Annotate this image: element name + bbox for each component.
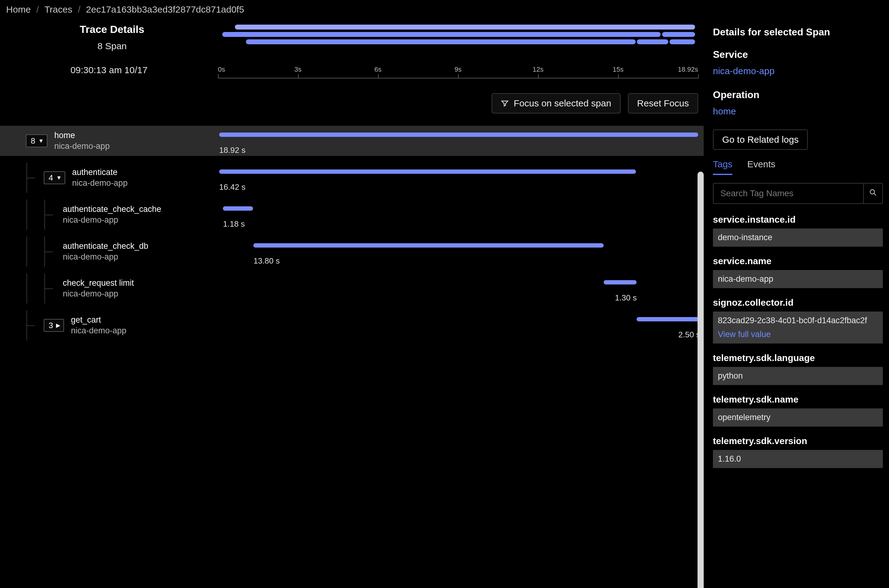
span-tree-cell: authenticate_check_cachenica-demo-app [0, 200, 218, 230]
view-full-value-link[interactable]: View full value [718, 330, 878, 339]
svg-line-1 [874, 194, 876, 195]
span-operation-name: authenticate_check_cache [63, 204, 161, 214]
span-tree-cell: 3▶get_cartnica-demo-app [0, 310, 218, 340]
tag-key: signoz.collector.id [713, 297, 883, 308]
breadcrumb-separator: / [78, 4, 80, 15]
page-title: Trace Details [3, 23, 221, 35]
tag-list: service.instance.iddemo-instanceservice.… [713, 214, 883, 477]
tag-value: python [713, 367, 883, 385]
tag-key: telemetry.sdk.language [713, 353, 883, 363]
ruler-tick-label: 3s [294, 66, 301, 74]
span-expand-toggle[interactable]: 8▼ [26, 134, 47, 147]
tag-value: 1.16.0 [713, 450, 883, 468]
span-expand-toggle[interactable]: 4▼ [44, 171, 65, 184]
ruler-tick-label: 9s [454, 66, 462, 74]
span-service-name: nica-demo-app [54, 141, 110, 151]
tab-tags[interactable]: Tags [713, 159, 732, 175]
tag-search [713, 183, 883, 204]
breadcrumb-traces[interactable]: Traces [44, 4, 72, 15]
span-row[interactable]: authenticate_check_cachenica-demo-app1.1… [0, 200, 704, 230]
span-duration-bar [253, 243, 604, 248]
span-bar-cell: 1.30 s [218, 273, 698, 303]
span-row[interactable]: 3▶get_cartnica-demo-app2.50 s [0, 310, 704, 340]
details-title: Details for selected Span [713, 27, 883, 38]
vertical-scrollbar[interactable] [698, 172, 704, 588]
timeline-ruler[interactable]: 0s3s6s9s12s15s18.92s [218, 66, 698, 78]
span-row[interactable]: authenticate_check_dbnica-demo-app13.80 … [0, 237, 704, 267]
tag-block: telemetry.sdk.languagepython [713, 353, 883, 385]
search-icon [869, 189, 877, 199]
tag-search-input[interactable] [713, 184, 863, 203]
ruler-tick-label: 18.92s [678, 66, 698, 74]
span-duration-bar [223, 206, 253, 211]
span-bar-cell: 18.92 s [218, 126, 698, 156]
span-bar-cell: 13.80 s [218, 237, 698, 267]
tag-value: nica-demo-app [713, 270, 883, 288]
span-row[interactable]: 4▼authenticatenica-demo-app16.42 s [0, 163, 704, 193]
span-bar-cell: 2.50 s [218, 310, 698, 340]
span-duration-label: 13.80 s [253, 256, 280, 266]
reset-focus-label: Reset Focus [637, 98, 689, 108]
span-duration-label: 1.30 s [615, 293, 637, 303]
operation-link[interactable]: home [713, 106, 883, 117]
trace-timestamp: 09:30:13 am 10/17 [0, 65, 218, 78]
tab-events[interactable]: Events [747, 159, 775, 174]
breadcrumb-home[interactable]: Home [6, 4, 31, 15]
focus-selected-span-button[interactable]: Focus on selected span [492, 93, 621, 114]
tag-value: opentelemetry [713, 408, 883, 426]
span-expand-toggle[interactable]: 3▶ [44, 319, 64, 332]
span-child-count: 3 [49, 321, 53, 330]
span-tree-cell: 4▼authenticatenica-demo-app [0, 163, 218, 193]
go-to-related-logs-button[interactable]: Go to Related logs [713, 129, 808, 150]
details-tabs: Tags Events [713, 159, 883, 175]
span-duration-bar [636, 317, 700, 321]
chevron-down-icon: ▼ [56, 175, 62, 181]
span-tree-cell: check_request limitnica-demo-app [0, 273, 218, 303]
reset-focus-button[interactable]: Reset Focus [628, 93, 698, 114]
span-tree-cell: authenticate_check_dbnica-demo-app [0, 237, 218, 267]
span-operation-name: home [54, 131, 110, 140]
span-duration-label: 16.42 s [219, 182, 245, 192]
span-service-name: nica-demo-app [63, 252, 148, 262]
span-duration-label: 1.18 s [223, 219, 245, 229]
trace-waterfall-panel: Trace Details 8 Span 09:30:13 am 10/17 0… [0, 18, 704, 587]
span-service-name: nica-demo-app [72, 178, 128, 188]
span-list: 8▼homenica-demo-app18.92 s4▼authenticate… [0, 126, 704, 340]
span-service-name: nica-demo-app [71, 326, 126, 336]
tag-search-button[interactable] [863, 184, 882, 203]
tag-block: signoz.collector.id823cad29-2c38-4c01-bc… [713, 297, 883, 344]
tag-value: demo-instance [713, 228, 883, 247]
span-child-count: 8 [31, 136, 35, 146]
span-bar-cell: 1.18 s [218, 200, 698, 230]
filter-icon [501, 99, 509, 107]
operation-heading: Operation [713, 89, 883, 100]
span-operation-name: authenticate_check_db [63, 242, 148, 251]
breadcrumb: Home / Traces / 2ec17a163bb3a3ed3f2877dc… [0, 0, 889, 18]
breadcrumb-trace-id: 2ec17a163bb3a3ed3f2877dc871ad0f5 [86, 4, 244, 15]
span-duration-bar [219, 132, 698, 137]
focus-selected-span-label: Focus on selected span [514, 98, 611, 108]
tag-key: service.name [713, 256, 883, 266]
span-service-name: nica-demo-app [63, 289, 134, 298]
tag-block: service.instance.iddemo-instance [713, 214, 883, 247]
tag-block: telemetry.sdk.nameopentelemetry [713, 394, 883, 426]
tag-key: service.instance.id [713, 214, 883, 225]
span-operation-name: authenticate [72, 168, 128, 177]
ruler-tick-label: 15s [612, 66, 623, 74]
trace-minimap[interactable] [221, 18, 701, 47]
span-duration-label: 18.92 s [219, 146, 245, 155]
breadcrumb-separator: / [36, 4, 39, 15]
tag-block: service.namenica-demo-app [713, 256, 883, 288]
tag-block: telemetry.sdk.version1.16.0 [713, 436, 883, 468]
span-row[interactable]: 8▼homenica-demo-app18.92 s [0, 126, 704, 156]
chevron-down-icon: ▼ [38, 138, 44, 144]
tag-key: telemetry.sdk.name [713, 394, 883, 405]
tag-key: telemetry.sdk.version [713, 436, 883, 446]
span-details-panel: Details for selected Span Service nica-d… [704, 18, 889, 587]
span-duration-label: 2.50 s [678, 330, 700, 339]
span-child-count: 4 [49, 173, 53, 183]
span-count: 8 Span [3, 41, 221, 51]
service-link[interactable]: nica-demo-app [713, 66, 883, 76]
span-row[interactable]: check_request limitnica-demo-app1.30 s [0, 273, 704, 303]
span-service-name: nica-demo-app [63, 215, 161, 225]
